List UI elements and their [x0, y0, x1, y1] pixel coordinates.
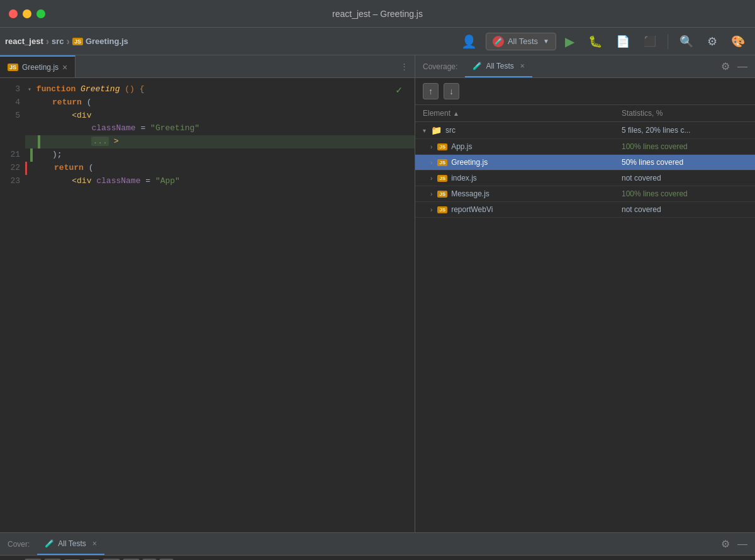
stat-appjs: 100% lines covered — [622, 142, 688, 151]
row-element-reportwebvi: › JS reportWebVi — [430, 205, 622, 214]
sort-icon[interactable]: ▲ — [453, 110, 459, 117]
editor-tab-greeting[interactable]: JS Greeting.js × — [0, 55, 76, 77]
coverage-row-src[interactable]: ▾ 📁 src 5 files, 20% lines c... — [415, 122, 755, 139]
code-line-21: ); — [25, 148, 415, 162]
file-js-icon-messagejs: JS — [437, 191, 447, 198]
search-button[interactable]: 🔍 — [674, 32, 698, 51]
folder-icon-src: 📁 — [431, 125, 442, 135]
tab-js-icon: JS — [8, 64, 18, 71]
coverage-row-greetingjs[interactable]: › JS Greeting.js 50% lines covered — [415, 155, 755, 171]
main-toolbar: react_jest › src › JS Greeting.js 👤 🧪 Al… — [0, 28, 755, 55]
maximize-button[interactable] — [36, 9, 45, 18]
toolbar-divider-1 — [668, 34, 668, 49]
bottom-minimize-btn[interactable]: — — [735, 537, 750, 551]
stat-messagejs: 100% lines covered — [622, 189, 688, 198]
coverage-settings-btn[interactable]: ⚙ — [719, 59, 732, 74]
code-area: 3 4 5 21 22 23 ▾ function Greeting () { … — [0, 78, 415, 532]
coverage-pane: Coverage: 🧪 All Tests × ⚙ — ↑ ↓ Element … — [415, 55, 755, 532]
code-content[interactable]: ▾ function Greeting () { ✓ return ( <di — [25, 78, 415, 532]
row-stats-messagejs: 100% lines covered — [622, 189, 747, 198]
breadcrumb-project[interactable]: react_jest — [5, 36, 43, 46]
coverage-label: Coverage: — [415, 55, 465, 77]
editor-tab-label: Greeting.js — [22, 63, 59, 72]
nav-up-btn[interactable]: ↑ — [423, 83, 439, 99]
title-bar: react_jest – Greeting.js — [0, 0, 755, 28]
col-stats-header: Statistics, % — [622, 109, 747, 118]
row-stats-src: 5 files, 20% lines c... — [622, 126, 747, 135]
breadcrumb-sep-2: › — [67, 36, 70, 47]
jest-icon: 🧪 — [493, 36, 504, 47]
code-line-22: return ( — [25, 162, 415, 175]
stat-greetingjs: 50% lines covered — [622, 158, 683, 167]
stat-reportwebvi: not covered — [622, 205, 661, 214]
run-config-label: All Tests — [508, 36, 538, 46]
coverage-table: ▾ 📁 src 5 files, 20% lines c... › JS App… — [415, 122, 755, 532]
breadcrumb: react_jest › src › JS Greeting.js — [5, 36, 128, 47]
main-area: JS Greeting.js × ⋮ 3 4 5 21 22 23 ▾ — [0, 55, 755, 532]
run-config-button[interactable]: 🧪 All Tests ▼ — [486, 33, 556, 50]
code-line-5: <div — [25, 109, 415, 123]
expand-icon-reportwebvi: › — [430, 206, 432, 213]
bottom-tab-close[interactable]: × — [92, 539, 97, 548]
coverage-row-messagejs[interactable]: › JS Message.js 100% lines covered — [415, 186, 755, 202]
coverage-row-appjs[interactable]: › JS App.js 100% lines covered — [415, 139, 755, 155]
row-name-indexjs: index.js — [451, 174, 477, 182]
coverage-tab-icon: 🧪 — [473, 62, 482, 70]
expand-icon-messagejs: › — [430, 191, 432, 198]
editor-tab-more[interactable]: ⋮ — [394, 55, 415, 77]
tab-close-icon[interactable]: × — [62, 62, 67, 72]
bottom-tab-all-tests[interactable]: 🧪 All Tests × — [37, 533, 104, 555]
row-element-messagejs: › JS Message.js — [430, 189, 622, 198]
code-line-3: ▾ function Greeting () { ✓ — [25, 83, 415, 96]
expand-icon-src: ▾ — [423, 127, 426, 134]
element-col-label: Element — [423, 109, 450, 118]
coverage-row-reportwebvi[interactable]: › JS reportWebVi not covered — [415, 202, 755, 218]
breadcrumb-src[interactable]: src — [52, 36, 64, 46]
run-button[interactable]: ▶ — [560, 31, 579, 52]
file-js-icon-reportwebvi: JS — [437, 206, 447, 213]
coverage-button[interactable]: 📄 — [611, 32, 635, 51]
debug-button[interactable]: 🐛 — [583, 32, 607, 51]
breadcrumb-sep-1: › — [46, 36, 49, 47]
plugins-button[interactable]: 🎨 — [726, 32, 750, 51]
bottom-tab-icon: 🧪 — [45, 539, 54, 548]
coverage-tab-actions: ⚙ — — [719, 55, 755, 77]
row-stats-appjs: 100% lines covered — [622, 142, 747, 151]
code-line-23: <div className = "App" — [25, 175, 415, 188]
bottom-settings-btn[interactable]: ⚙ — [719, 537, 732, 551]
line-numbers: 3 4 5 21 22 23 — [0, 78, 25, 532]
nav-arrows: ↑ ↓ — [415, 78, 755, 105]
close-button[interactable] — [9, 9, 18, 18]
row-element-src: ▾ 📁 src — [423, 125, 622, 135]
coverage-minimize-btn[interactable]: — — [735, 60, 750, 74]
bottom-tab-label: All Tests — [58, 539, 86, 548]
coverage-tab-close[interactable]: × — [520, 62, 525, 70]
stat-indexjs: not covered — [622, 174, 661, 182]
nav-down-btn[interactable]: ↓ — [444, 83, 459, 99]
row-stats-greetingjs: 50% lines covered — [622, 158, 747, 167]
coverage-tab-all-tests[interactable]: 🧪 All Tests × — [465, 55, 532, 77]
file-js-icon-greetingjs: JS — [437, 159, 447, 166]
test-toolbar: ↩ ✓ ⊘ ↕₁ ↕₂ ☰ ⇕ ↑ » ✕ Tests failed: 4, p… — [0, 556, 755, 560]
breadcrumb-file-item: JS Greeting.js — [72, 36, 128, 46]
expand-icon-indexjs: › — [430, 175, 432, 182]
coverage-tabs: Coverage: 🧪 All Tests × ⚙ — — [415, 55, 755, 78]
code-line-4: return ( — [25, 96, 415, 109]
bottom-panel-label: Cover: — [0, 533, 37, 555]
js-file-icon: JS — [72, 38, 83, 45]
coverage-row-indexjs[interactable]: › JS index.js not covered — [415, 171, 755, 186]
bottom-panel: Cover: 🧪 All Tests × ⚙ — ↩ ✓ ⊘ ↕₁ ↕₂ ☰ ⇕… — [0, 532, 755, 560]
window-title: react_jest – Greeting.js — [332, 9, 423, 19]
stop-button[interactable]: ⬛ — [639, 33, 661, 50]
breadcrumb-file[interactable]: Greeting.js — [86, 36, 128, 46]
coverage-tab-label: All Tests — [486, 62, 513, 70]
minimize-button[interactable] — [23, 9, 31, 18]
coverage-table-header: Element ▲ Statistics, % — [415, 105, 755, 122]
bottom-tab-actions: ⚙ — — [719, 533, 755, 555]
vcs-button[interactable]: 👤 — [456, 31, 482, 52]
settings-button[interactable]: ⚙ — [702, 32, 722, 51]
file-js-icon-appjs: JS — [437, 143, 447, 150]
editor-pane: JS Greeting.js × ⋮ 3 4 5 21 22 23 ▾ — [0, 55, 415, 532]
row-element-appjs: › JS App.js — [430, 142, 622, 151]
stat-src: 5 files, 20% lines c... — [622, 126, 690, 135]
